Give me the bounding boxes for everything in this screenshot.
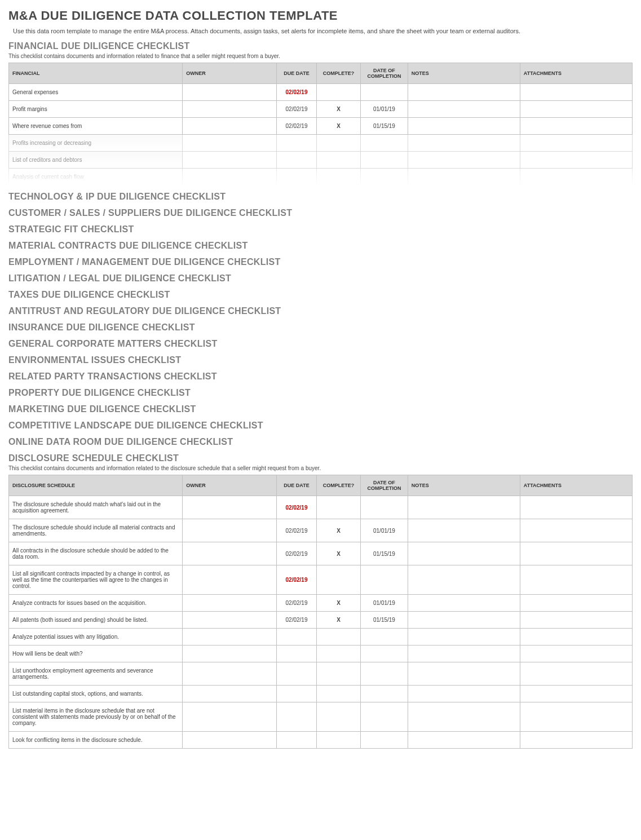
cell-notes[interactable] bbox=[408, 646, 520, 662]
cell-complete[interactable] bbox=[316, 732, 360, 749]
cell-owner[interactable] bbox=[183, 629, 277, 646]
cell-due[interactable]: 02/02/19 bbox=[277, 118, 317, 135]
cell-doc[interactable] bbox=[361, 702, 408, 732]
cell-attach[interactable] bbox=[520, 732, 632, 749]
cell-attach[interactable] bbox=[520, 702, 632, 732]
cell-doc[interactable] bbox=[361, 646, 408, 662]
cell-notes[interactable] bbox=[408, 662, 520, 686]
cell-item[interactable]: All patents (both issued and pending) sh… bbox=[9, 612, 183, 629]
cell-owner[interactable] bbox=[183, 519, 277, 542]
cell-complete[interactable] bbox=[316, 169, 360, 185]
cell-attach[interactable] bbox=[520, 519, 632, 542]
cell-doc[interactable] bbox=[361, 686, 408, 702]
cell-complete[interactable]: X bbox=[316, 101, 360, 118]
cell-doc[interactable] bbox=[361, 629, 408, 646]
cell-notes[interactable] bbox=[408, 519, 520, 542]
cell-owner[interactable] bbox=[183, 101, 277, 118]
cell-notes[interactable] bbox=[408, 595, 520, 612]
cell-owner[interactable] bbox=[183, 646, 277, 662]
cell-complete[interactable] bbox=[316, 152, 360, 169]
cell-complete[interactable] bbox=[316, 629, 360, 646]
cell-attach[interactable] bbox=[520, 118, 632, 135]
cell-owner[interactable] bbox=[183, 732, 277, 749]
cell-complete[interactable] bbox=[316, 565, 360, 595]
cell-due[interactable]: 02/02/19 bbox=[277, 84, 317, 101]
cell-item[interactable]: Analyze contracts for issues based on th… bbox=[9, 595, 183, 612]
cell-due[interactable]: 02/02/19 bbox=[277, 595, 317, 612]
cell-item[interactable]: The disclosure schedule should include a… bbox=[9, 519, 183, 542]
cell-complete[interactable] bbox=[316, 646, 360, 662]
cell-owner[interactable] bbox=[183, 612, 277, 629]
cell-item[interactable]: List all significant contracts impacted … bbox=[9, 565, 183, 595]
cell-item[interactable]: The disclosure schedule should match wha… bbox=[9, 496, 183, 519]
cell-owner[interactable] bbox=[183, 662, 277, 686]
cell-notes[interactable] bbox=[408, 629, 520, 646]
cell-item[interactable]: Where revenue comes from bbox=[9, 118, 183, 135]
cell-owner[interactable] bbox=[183, 542, 277, 565]
cell-attach[interactable] bbox=[520, 135, 632, 152]
cell-owner[interactable] bbox=[183, 595, 277, 612]
cell-complete[interactable] bbox=[316, 496, 360, 519]
cell-item[interactable]: List material items in the disclosure sc… bbox=[9, 702, 183, 732]
cell-doc[interactable] bbox=[361, 152, 408, 169]
cell-notes[interactable] bbox=[408, 732, 520, 749]
cell-item[interactable]: How will liens be dealt with? bbox=[9, 646, 183, 662]
cell-due[interactable] bbox=[277, 646, 317, 662]
cell-notes[interactable] bbox=[408, 118, 520, 135]
cell-doc[interactable] bbox=[361, 732, 408, 749]
cell-doc[interactable] bbox=[361, 135, 408, 152]
cell-complete[interactable]: X bbox=[316, 595, 360, 612]
cell-notes[interactable] bbox=[408, 542, 520, 565]
cell-attach[interactable] bbox=[520, 101, 632, 118]
cell-complete[interactable]: X bbox=[316, 612, 360, 629]
cell-notes[interactable] bbox=[408, 135, 520, 152]
cell-attach[interactable] bbox=[520, 612, 632, 629]
cell-due[interactable]: 02/02/19 bbox=[277, 565, 317, 595]
cell-due[interactable]: 02/02/19 bbox=[277, 101, 317, 118]
cell-owner[interactable] bbox=[183, 84, 277, 101]
cell-due[interactable] bbox=[277, 629, 317, 646]
cell-complete[interactable] bbox=[316, 686, 360, 702]
cell-doc[interactable]: 01/01/19 bbox=[361, 595, 408, 612]
cell-doc[interactable]: 01/01/19 bbox=[361, 101, 408, 118]
cell-notes[interactable] bbox=[408, 496, 520, 519]
cell-doc[interactable] bbox=[361, 565, 408, 595]
cell-notes[interactable] bbox=[408, 169, 520, 185]
cell-complete[interactable] bbox=[316, 702, 360, 732]
cell-notes[interactable] bbox=[408, 702, 520, 732]
cell-due[interactable] bbox=[277, 135, 317, 152]
cell-doc[interactable] bbox=[361, 496, 408, 519]
cell-item[interactable]: List outstanding capital stock, options,… bbox=[9, 686, 183, 702]
cell-doc[interactable]: 01/15/19 bbox=[361, 118, 408, 135]
cell-attach[interactable] bbox=[520, 686, 632, 702]
cell-due[interactable]: 02/02/19 bbox=[277, 612, 317, 629]
cell-notes[interactable] bbox=[408, 101, 520, 118]
cell-doc[interactable]: 01/01/19 bbox=[361, 519, 408, 542]
cell-complete[interactable]: X bbox=[316, 519, 360, 542]
cell-doc[interactable]: 01/15/19 bbox=[361, 612, 408, 629]
cell-notes[interactable] bbox=[408, 152, 520, 169]
cell-due[interactable] bbox=[277, 686, 317, 702]
cell-owner[interactable] bbox=[183, 686, 277, 702]
cell-owner[interactable] bbox=[183, 496, 277, 519]
cell-complete[interactable] bbox=[316, 84, 360, 101]
cell-doc[interactable] bbox=[361, 84, 408, 101]
cell-complete[interactable] bbox=[316, 135, 360, 152]
cell-owner[interactable] bbox=[183, 565, 277, 595]
cell-owner[interactable] bbox=[183, 169, 277, 185]
cell-due[interactable] bbox=[277, 169, 317, 185]
cell-due[interactable] bbox=[277, 662, 317, 686]
cell-complete[interactable] bbox=[316, 662, 360, 686]
cell-notes[interactable] bbox=[408, 84, 520, 101]
cell-item[interactable]: Look for conflicting items in the disclo… bbox=[9, 732, 183, 749]
cell-item[interactable]: All contracts in the disclosure schedule… bbox=[9, 542, 183, 565]
cell-doc[interactable] bbox=[361, 169, 408, 185]
cell-due[interactable]: 02/02/19 bbox=[277, 496, 317, 519]
cell-complete[interactable]: X bbox=[316, 542, 360, 565]
cell-complete[interactable]: X bbox=[316, 118, 360, 135]
cell-due[interactable] bbox=[277, 152, 317, 169]
cell-due[interactable] bbox=[277, 702, 317, 732]
cell-attach[interactable] bbox=[520, 565, 632, 595]
cell-attach[interactable] bbox=[520, 629, 632, 646]
cell-item[interactable]: Profit margins bbox=[9, 101, 183, 118]
